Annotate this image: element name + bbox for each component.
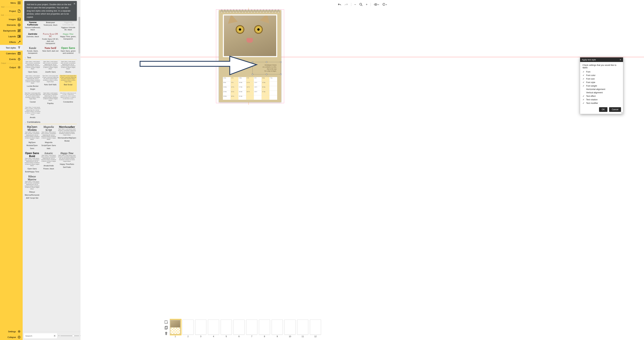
page-thumb[interactable]: 9 (272, 320, 283, 338)
style-item[interactable]: MerriweatherOpen Sans: Lorem ipsum dolor… (57, 125, 77, 151)
nav-effects[interactable]: Effects (0, 39, 23, 45)
calendar-cell[interactable]: 2 Tu (230, 77, 238, 81)
style-item[interactable]: Open Sans: Lorem ipsum dolor sit amet, c… (24, 92, 42, 106)
nav-collapse[interactable]: Collapse (0, 334, 23, 340)
calendar-page[interactable]: Sandpaper kisses on a cheek or a chin, t… (219, 10, 281, 102)
page-thumb[interactable]: 11 (297, 320, 308, 338)
style-item[interactable]: Ribeye MarrowOpen Sans: Lorem ipsum dolo… (24, 175, 40, 200)
style-item[interactable]: MgOpen ModataOpen Sans: Lorem ipsum dolo… (24, 125, 40, 151)
calendar-cell[interactable]: 18 Th (246, 86, 254, 90)
page-thumb[interactable]: 3 (195, 320, 206, 338)
nav-images[interactable]: Images (0, 16, 23, 22)
menu-button[interactable]: Menu (0, 0, 23, 6)
style-item[interactable]: Happy TimeOpen Sans: Lorem ipsum dolor s… (57, 152, 77, 174)
calendar-cell[interactable]: 27 Sa (262, 91, 269, 95)
calendar-cell[interactable]: 6 Sa (262, 77, 269, 81)
page-thumb[interactable]: 1 (170, 320, 181, 338)
calendar-cell[interactable]: 30 Tu (230, 95, 238, 100)
dialog-check-item[interactable]: ✓Text modifier (582, 101, 621, 105)
page-thumb[interactable]: 7 (246, 320, 257, 338)
resize-grip[interactable] (621, 112, 623, 114)
style-item[interactable]: Fontin Sans CR SCFontin Sans CR SC, dark… (42, 32, 59, 45)
style-item[interactable]: Open Sans: Lorem ipsum dolor sit amet, c… (24, 75, 42, 91)
style-item[interactable]: Open SansOpen Sans, green and centered (59, 46, 77, 55)
calendar-cell[interactable]: 25 Th (246, 91, 254, 95)
calendar-grid[interactable]: 1 Mo2 Tu3 We4 Th5 Fr6 Sa7 Su8 Mo9 Tu10 W… (223, 77, 277, 100)
cancel-button[interactable]: Cancel (609, 107, 621, 112)
calendar-cell[interactable] (270, 91, 277, 95)
style-item[interactable]: Magnolia ScriptOpen Sans: Lorem ipsum do… (40, 125, 57, 151)
calendar-cell[interactable]: 24 We (238, 91, 246, 95)
calendar-cell[interactable]: 26 Fr (254, 91, 262, 95)
search-field[interactable] (25, 335, 54, 337)
style-item[interactable]: Open Sans: Lorem ipsum dolor sit amet, c… (42, 75, 59, 91)
dialog-check-item[interactable]: Horizontal alignment (582, 88, 621, 91)
style-item[interactable]: Open Sans: Lorem ipsum dolor sit amet, c… (42, 92, 59, 106)
style-item[interactable]: Open Sans: Lorem ipsum dolor sit amet, c… (24, 61, 42, 74)
dialog-check-item[interactable]: ✓Font (582, 70, 621, 74)
calendar-cell[interactable]: 12 Fr (254, 82, 262, 86)
style-item[interactable]: Yiggivoo Unicode 3DYiggivoo Unicode 3D, … (59, 21, 77, 32)
text-selection-box[interactable] (252, 62, 281, 74)
calendar-cell[interactable]: 7 Su (270, 77, 277, 81)
page-thumb[interactable]: 2 (182, 320, 194, 338)
thumb-zoom-slider[interactable] (60, 336, 79, 336)
calendar-cell[interactable]: 15 Mo (223, 86, 230, 90)
page-thumb[interactable]: 4 (208, 320, 219, 338)
calendar-cell[interactable]: 29 Mo (223, 95, 230, 100)
calendar-cell[interactable] (270, 82, 277, 86)
style-item[interactable]: AmaticOpen Sans: Lorem ipsum dolor sit a… (40, 152, 57, 174)
calendar-cell[interactable]: 19 Fr (254, 86, 262, 90)
page-thumb[interactable]: 12 (310, 320, 321, 338)
calendar-cell[interactable] (246, 95, 254, 100)
canvas-viewport[interactable]: Sandpaper kisses on a cheek or a chin, t… (80, 0, 644, 340)
calendar-cell[interactable]: 16 Tu (230, 86, 238, 90)
photo-frame[interactable] (223, 14, 277, 57)
close-icon[interactable]: ✕ (620, 58, 621, 61)
calendar-cell[interactable] (254, 95, 262, 100)
dialog-check-item[interactable]: ✓Text effect (582, 94, 621, 98)
nav-layouts[interactable]: Layouts (0, 33, 23, 39)
style-item[interactable]: ZantrokeZantroke, black (24, 32, 42, 45)
nav-text-styles[interactable]: Text styles (0, 45, 23, 51)
nav-output[interactable]: Output (0, 64, 23, 70)
style-item[interactable]: Yanone KaffeesatzYanone Kaffeesatz, blac… (24, 21, 42, 32)
nav-events[interactable]: Events (0, 56, 23, 62)
page-thumb[interactable]: 10 (284, 320, 296, 338)
calendar-cell[interactable]: 20 Sa (262, 86, 269, 90)
nav-backgrounds[interactable]: Backgrounds (0, 28, 23, 33)
style-item[interactable]: Open Sans: Lorem ipsum dolor sit amet, c… (42, 61, 59, 74)
calendar-cell[interactable]: 5 Fr (254, 77, 262, 81)
calendar-cell[interactable]: 31 We (238, 95, 246, 100)
dialog-check-item[interactable]: Vertical alignment (582, 91, 621, 94)
dialog-check-item[interactable]: ✓Font color (582, 74, 621, 77)
dialog-check-item[interactable]: ✓Font weight (582, 84, 621, 88)
add-page-button[interactable] (164, 320, 168, 324)
search-input[interactable]: ✕ (24, 333, 57, 338)
calendar-cell[interactable]: 9 Tu (230, 82, 238, 86)
category-combinations[interactable]: ⌄Combinations (24, 120, 77, 124)
panel-scrollbar[interactable] (78, 17, 80, 54)
style-item[interactable]: Open Sans: Lorem ipsum dolor sit amet, c… (24, 106, 42, 120)
calendar-cell[interactable]: 13 Sa (262, 82, 269, 86)
calendar-cell[interactable] (270, 86, 277, 90)
calendar-cell[interactable]: 4 Th (246, 77, 254, 81)
calendar-cell[interactable]: 10 We (238, 82, 246, 86)
style-item[interactable]: Happy TimeHappy Time, green, transparent (59, 32, 77, 45)
nav-settings[interactable]: Settings (0, 329, 23, 334)
calendar-cell[interactable]: 17 We (238, 86, 246, 90)
dialog-check-item[interactable]: ✓Text rotation (582, 98, 621, 101)
page-thumb[interactable]: 6 (234, 320, 244, 338)
delete-page-button[interactable] (164, 332, 168, 335)
style-item[interactable]: Noto SerifNoto Serif, dark red (42, 46, 59, 55)
page-thumb[interactable]: 5 (221, 320, 232, 338)
style-item[interactable]: Open Sans: Lorem ipsum dolor sit amet, c… (59, 92, 77, 106)
nav-calendars[interactable]: Calendars 31 (0, 51, 23, 56)
calendar-cell[interactable]: 1 Mo (223, 77, 230, 81)
calendar-cell[interactable]: 23 Tu (230, 91, 238, 95)
style-item[interactable]: YesteryearYesteryear, black (42, 21, 59, 32)
category-text[interactable]: ⌄Text (24, 55, 77, 59)
calendar-cell[interactable]: 22 Mo (223, 91, 230, 95)
calendar-cell[interactable] (262, 95, 269, 100)
close-icon[interactable]: ✕ (74, 2, 76, 5)
